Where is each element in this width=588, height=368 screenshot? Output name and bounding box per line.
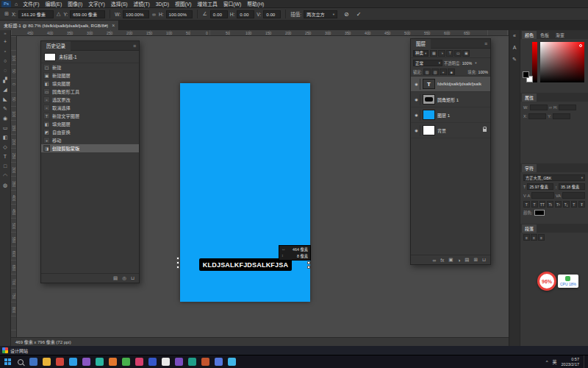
commit-transform-icon[interactable]: ✓	[356, 11, 362, 18]
history-state[interactable]: ▫选区更改	[41, 96, 139, 104]
opacity-value[interactable]: 100%	[462, 61, 473, 66]
menu-item[interactable]: 文字(Y)	[85, 0, 108, 8]
y-input[interactable]: 659.00 像素	[70, 10, 105, 18]
layer-effects-icon[interactable]: fx	[440, 258, 444, 263]
menu-item[interactable]: 增效工具	[195, 0, 220, 8]
taskbar-app-icon[interactable]	[82, 358, 90, 366]
prop-y-input[interactable]	[553, 113, 570, 119]
color-shade-slider[interactable]	[532, 42, 537, 82]
shape-tool-icon[interactable]: □	[1, 161, 10, 171]
optimize-icon[interactable]	[565, 276, 570, 281]
system-monitor-widget[interactable]: 96% CPU 18%	[537, 272, 578, 291]
taskbar-clock[interactable]: 0:57 2023/2/17	[562, 357, 579, 367]
tab-close-icon[interactable]: ×	[112, 23, 115, 28]
filter-type-layers-icon[interactable]: T	[446, 50, 453, 57]
underline-icon[interactable]: T	[571, 201, 578, 208]
w-input[interactable]: 100.00%	[123, 10, 149, 18]
visibility-eye-icon[interactable]: ◉	[413, 79, 420, 90]
taskbar-app-icon[interactable]	[188, 358, 196, 366]
new-snapshot-icon[interactable]: ◎	[122, 275, 126, 281]
align-left-icon[interactable]: ≡	[523, 234, 530, 241]
history-state[interactable]: ◧填充图层	[41, 79, 139, 88]
skew-h-input[interactable]: 0.00	[237, 10, 254, 18]
skew-v-input[interactable]: 0.00	[263, 10, 281, 18]
history-snapshot-row[interactable]: 未标题-1	[41, 51, 139, 63]
menu-item[interactable]: 文件(F)	[20, 0, 42, 8]
move-tool-icon[interactable]: +	[1, 37, 10, 46]
filter-smart-objects-icon[interactable]: ▣	[462, 50, 470, 57]
menu-item[interactable]: 帮助(H)	[244, 0, 267, 8]
filter-adjustment-layers-icon[interactable]: ◑	[438, 50, 445, 57]
visibility-eye-icon[interactable]: ◉	[413, 125, 420, 136]
panel-tab[interactable]: 色板	[537, 31, 552, 39]
history-state[interactable]: ▫取消选择	[41, 104, 139, 112]
history-state[interactable]: ◩自由变换	[41, 128, 139, 136]
menu-item[interactable]: 滤镜(T)	[131, 0, 153, 8]
prop-width-input[interactable]	[530, 105, 548, 110]
menu-item[interactable]: 选择(S)	[108, 0, 131, 8]
angle-input[interactable]: 0.00	[210, 10, 228, 18]
menu-item[interactable]: 视图(V)	[172, 0, 195, 8]
link-dimensions-icon[interactable]: ∞	[549, 105, 552, 110]
clone-stamp-tool-icon[interactable]: ◉	[1, 113, 10, 123]
layer-row[interactable]: ◉Tfdsfkldjsalkfjdsalkfjsalk	[411, 77, 490, 92]
delete-state-icon[interactable]: ⊔	[131, 275, 135, 281]
reference-point-icon[interactable]: ⊞	[4, 11, 10, 17]
history-state[interactable]: ◨创建剪贴蒙版	[41, 144, 139, 152]
link-layers-icon[interactable]: ∞	[433, 258, 437, 263]
brush-panel-icon[interactable]: ✎	[511, 55, 519, 63]
toolbar-collapse-icon[interactable]: »	[4, 31, 6, 37]
tray-expand-icon[interactable]: ^	[546, 360, 548, 364]
taskbar-app-icon[interactable]	[56, 358, 64, 366]
blend-mode-select[interactable]: 正常 ▾	[413, 60, 442, 66]
superscript-icon[interactable]: T¹	[555, 201, 562, 208]
tab-character[interactable]: 字符	[522, 164, 537, 172]
panel-tab[interactable]: 渐变	[553, 31, 567, 39]
lock-pixels-icon[interactable]: ▧	[431, 68, 439, 75]
filter-shape-layers-icon[interactable]: ▭	[454, 50, 462, 57]
quick-selection-tool-icon[interactable]: ◌	[1, 66, 10, 75]
show-desktop-button[interactable]	[584, 355, 586, 368]
kerning-select[interactable]	[531, 192, 554, 199]
panel-menu-icon[interactable]: ≡	[133, 43, 136, 49]
lock-position-icon[interactable]: +	[440, 68, 447, 75]
cancel-transform-icon[interactable]: ⊘	[343, 11, 350, 18]
tab-history[interactable]: 历史记录	[41, 41, 71, 51]
font-family-select[interactable]: 方正大黑_GBK ▾	[523, 174, 585, 181]
lock-all-icon[interactable]: ■	[448, 68, 455, 75]
gradient-tool-icon[interactable]: ◧	[1, 132, 10, 142]
adjustment-layer-icon[interactable]: ◑	[457, 258, 460, 263]
taskbar-app-icon[interactable]	[122, 358, 130, 366]
taskbar-app-icon[interactable]	[109, 358, 117, 366]
align-center-icon[interactable]: ≡	[531, 234, 537, 241]
tab-layers[interactable]: 图层	[411, 39, 431, 49]
faux-bold-icon[interactable]: T	[523, 201, 530, 208]
interpolation-select[interactable]: 两次立方 ▾	[304, 10, 337, 18]
history-state[interactable]: ▭圆角矩形工具	[41, 88, 139, 96]
layer-filter-kind-select[interactable]: 种类 ▾	[413, 50, 429, 57]
text-color-swatch[interactable]	[534, 210, 545, 216]
expand-panels-icon[interactable]: «	[511, 32, 519, 40]
taskbar-app-icon[interactable]	[29, 358, 37, 366]
layer-row[interactable]: ◉图层 1	[411, 107, 490, 123]
panel-tab[interactable]: 颜色	[522, 31, 537, 39]
history-state[interactable]: T新建文字图层	[41, 112, 139, 120]
leading-select[interactable]: 35.18 像素	[559, 183, 585, 190]
subscript-icon[interactable]: T₁	[563, 201, 570, 208]
panel-menu-icon[interactable]: ≡	[484, 41, 487, 46]
x-input[interactable]: 161.20 像素	[18, 10, 54, 18]
taskbar-app-icon[interactable]	[148, 358, 157, 366]
prop-x-input[interactable]	[528, 113, 546, 119]
delete-layer-icon[interactable]: ⊔	[482, 257, 486, 263]
history-state[interactable]: ▢新建	[41, 63, 139, 71]
crop-tool-icon[interactable]: ▞	[1, 75, 10, 85]
zoom-tool-icon[interactable]: ◍	[1, 180, 10, 190]
menu-item[interactable]: 编辑(E)	[43, 0, 65, 8]
taskbar-app-icon[interactable]	[175, 358, 183, 366]
tab-paragraph[interactable]: 段落	[522, 224, 537, 233]
history-state[interactable]: +移动	[41, 136, 139, 144]
visibility-eye-icon[interactable]: ◉	[413, 94, 420, 105]
taskbar-search-icon[interactable]	[18, 359, 24, 365]
lock-transparency-icon[interactable]: ▨	[423, 68, 431, 75]
taskbar-app-icon[interactable]	[69, 358, 77, 366]
